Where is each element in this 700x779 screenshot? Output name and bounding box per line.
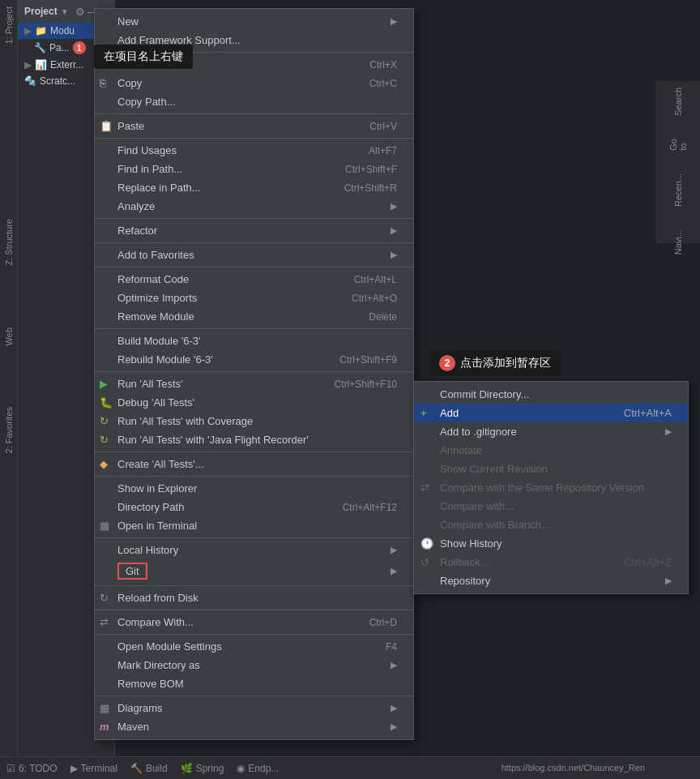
toolbar-build[interactable]: 🔨 Build (130, 763, 168, 774)
git-label-box: Git (117, 563, 147, 580)
url-text: https://blog.csdn.net/Chauncey_Ren (502, 763, 645, 773)
git-menu-add[interactable]: + Add Ctrl+Alt+A (414, 404, 688, 422)
menu-item-reformat[interactable]: Reformat Code Ctrl+Alt+L (95, 270, 413, 289)
menu-item-run-coverage[interactable]: ↻ Run 'All Tests' with Coverage (95, 412, 413, 430)
menu-item-reload[interactable]: ↻ Reload from Disk (95, 589, 413, 607)
menu-reformat-shortcut: Ctrl+Alt+L (354, 274, 397, 285)
left-sidebar: 1: Project Z: Structure Web 2: Favorites (0, 0, 18, 779)
menu-item-dir-path[interactable]: Directory Path Ctrl+Alt+F12 (95, 498, 413, 516)
menu-item-replace-path[interactable]: Replace in Path... Ctrl+Shift+R (95, 178, 413, 197)
endp-tb-icon: ◉ (237, 763, 245, 774)
git-menu-show-history[interactable]: 🕐 Show History (414, 534, 688, 553)
menu-item-rebuild[interactable]: Rebuild Module '6-3' Ctrl+Shift+F9 (95, 350, 413, 369)
menu-item-copy[interactable]: ⎘ Copy Ctrl+C (95, 74, 413, 92)
sidebar-project-label[interactable]: 1: Project (2, 0, 15, 50)
menu-item-show-explorer[interactable]: Show in Explorer (95, 479, 413, 498)
git-menu-compare-same[interactable]: ⇄ Compare with the Same Repository Versi… (414, 478, 688, 497)
git-menu-commit[interactable]: Commit Directory... (414, 385, 688, 404)
hint-goto[interactable]: Go to (668, 139, 688, 151)
rollback-icon: ↺ (420, 556, 429, 568)
menu-item-remove-bom[interactable]: Remove BOM (95, 674, 413, 693)
toolbar-todo[interactable]: ☑ 6: TODO (6, 763, 58, 774)
git-submenu: Commit Directory... + Add Ctrl+Alt+A Add… (413, 381, 689, 594)
menu-item-analyze[interactable]: Analyze ▶ (95, 197, 413, 216)
git-gitignore-label: Add to .gitignore (440, 426, 517, 438)
menu-item-git[interactable]: Git ▶ (95, 559, 413, 583)
menu-item-create-tests[interactable]: ◆ Create 'All Tests'... (95, 455, 413, 473)
git-menu-repository[interactable]: Repository ▶ (414, 571, 688, 590)
menu-item-module-settings[interactable]: Open Module Settings F4 (95, 637, 413, 656)
menu-debug-label: Debug 'All Tests' (117, 396, 194, 409)
toolbar-spring[interactable]: 🌿 Spring (181, 763, 224, 774)
build-tb-icon: 🔨 (130, 763, 143, 774)
menu-rebuild-label: Rebuild Module '6-3' (117, 353, 213, 366)
spring-tb-icon: 🌿 (181, 763, 193, 774)
bottom-toolbar: ☑ 6: TODO ▶ Terminal 🔨 Build 🌿 Spring ◉ … (0, 756, 700, 779)
toolbar-terminal[interactable]: ▶ Terminal (70, 763, 117, 774)
menu-compare-shortcut: Ctrl+D (369, 617, 397, 628)
menu-item-copy-path[interactable]: Copy Path... (95, 92, 413, 111)
git-menu-compare-branch[interactable]: Compare with Branch... (414, 516, 688, 534)
menu-refactor-label: Refactor (117, 225, 157, 237)
git-menu-show-revision[interactable]: Show Current Revision (414, 460, 688, 478)
endp-tb-label: Endp... (248, 763, 279, 774)
history-icon: 🕐 (420, 537, 433, 550)
menu-item-build[interactable]: Build Module '6-3' (95, 332, 413, 350)
git-menu-annotate[interactable]: Annotate (414, 441, 688, 460)
sidebar-structure-label[interactable]: Z: Structure (2, 212, 15, 272)
menu-item-find-path[interactable]: Find in Path... Ctrl+Shift+F (95, 160, 413, 178)
menu-item-debug[interactable]: 🐛 Debug 'All Tests' (95, 393, 413, 412)
panel-dropdown-icon[interactable]: ▼ (61, 7, 69, 16)
create-tests-icon: ◆ (100, 458, 108, 470)
menu-findusages-shortcut: Alt+F7 (369, 145, 397, 156)
folder-icon: 📁 (35, 25, 47, 36)
menu-item-compare[interactable]: ⇄ Compare With... Ctrl+D (95, 613, 413, 631)
menu-diagrams-arrow: ▶ (391, 703, 397, 713)
separator-6 (95, 267, 413, 268)
menu-analyze-label: Analyze (117, 200, 155, 212)
git-add-shortcut: Ctrl+Alt+A (624, 407, 672, 419)
menu-item-run-jfr[interactable]: ↻ Run 'All Tests' with 'Java Flight Reco… (95, 430, 413, 449)
git-repository-arrow: ▶ (665, 576, 672, 586)
menu-item-find-usages[interactable]: Find Usages Alt+F7 (95, 141, 413, 160)
git-comparesame-label: Compare with the Same Repository Version (440, 482, 644, 494)
build-tb-label: Build (146, 763, 168, 774)
menu-findpath-shortcut: Ctrl+Shift+F (345, 164, 397, 175)
menu-addfav-arrow: ▶ (391, 250, 397, 260)
menu-paste-label: Paste (117, 120, 144, 132)
git-comparewith-label: Compare with... (440, 500, 514, 512)
menu-git-arrow: ▶ (391, 566, 397, 576)
hint-search[interactable]: Search (673, 88, 683, 116)
separator-11 (95, 537, 413, 538)
menu-item-remove-module[interactable]: Remove Module Delete (95, 307, 413, 326)
git-menu-rollback[interactable]: ↺ Rollback... Ctrl+Alt+Z (414, 553, 688, 571)
menu-item-refactor[interactable]: Refactor ▶ (95, 221, 413, 240)
menu-item-local-history[interactable]: Local History ▶ (95, 541, 413, 559)
sidebar-favorites-label[interactable]: 2: Favorites (2, 400, 15, 460)
menu-item-run[interactable]: ▶ Run 'All Tests' Ctrl+Shift+F10 (95, 375, 413, 393)
context-menu: New ▶ Add Framework Support... ✂ Cut Ctr… (94, 8, 414, 740)
menu-item-optimize[interactable]: Optimize Imports Ctrl+Alt+O (95, 289, 413, 307)
menu-item-terminal[interactable]: ▦ Open in Terminal (95, 516, 413, 535)
git-menu-compare-with[interactable]: Compare with... (414, 497, 688, 516)
git-add-label: Add (440, 407, 459, 419)
terminal-tb-label: Terminal (81, 763, 117, 774)
panel-title: Project (24, 6, 58, 17)
menu-item-add-favorites[interactable]: Add to Favorites ▶ (95, 246, 413, 264)
menu-item-new[interactable]: New ▶ (95, 12, 413, 31)
sidebar-web-label[interactable]: Web (2, 321, 15, 352)
toolbar-endp[interactable]: ◉ Endp... (237, 763, 279, 774)
hint-navi[interactable]: Navi... (673, 229, 683, 255)
menu-item-mark-directory[interactable]: Mark Directory as ▶ (95, 656, 413, 674)
run-icon: ▶ (100, 378, 108, 390)
menu-item-paste[interactable]: 📋 Paste Ctrl+V (95, 117, 413, 135)
hint-recent[interactable]: Recen... (673, 173, 683, 207)
separator-13 (95, 610, 413, 610)
git-menu-gitignore[interactable]: Add to .gitignore ▶ (414, 422, 688, 441)
menu-terminal-label: Open in Terminal (117, 520, 197, 532)
menu-item-diagrams[interactable]: ▦ Diagrams ▶ (95, 699, 413, 717)
menu-item-maven[interactable]: m Maven ▶ (95, 717, 413, 736)
terminal-tb-icon: ▶ (70, 763, 78, 774)
menu-modsettings-label: Open Module Settings (117, 640, 222, 653)
git-rollback-label: Rollback... (440, 556, 489, 568)
